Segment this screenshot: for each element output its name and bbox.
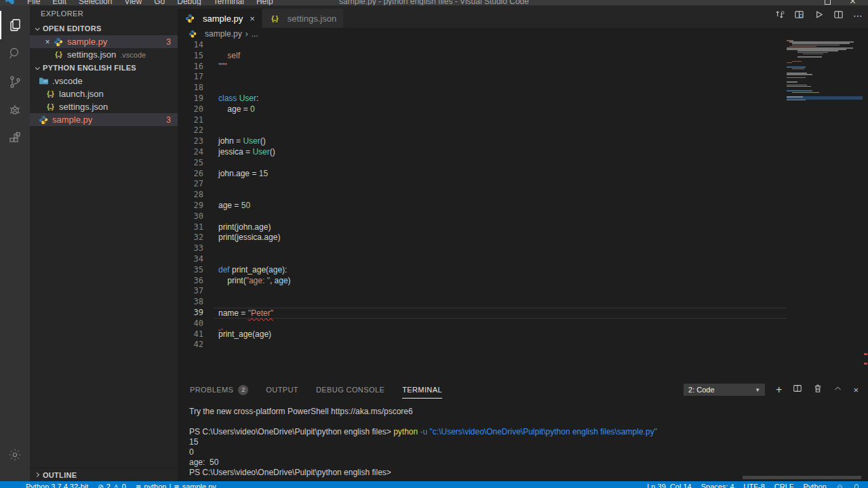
code-line-22[interactable]: 22: [178, 125, 868, 136]
outline-header[interactable]: OUTLINE: [30, 468, 178, 481]
code-line-16[interactable]: 16""": [178, 62, 868, 73]
notifications-bell-icon[interactable]: [853, 483, 860, 488]
line-number[interactable]: 26: [178, 169, 214, 180]
open-editors-header[interactable]: OPEN EDITORS: [30, 22, 178, 35]
cursor-position-status[interactable]: Ln 39, Col 14: [647, 483, 691, 488]
folder-section-header[interactable]: PYTHON ENGLISH FILES: [30, 61, 178, 75]
source-control-icon[interactable]: [0, 68, 30, 96]
code-line-35[interactable]: 35def print_age(age):: [178, 265, 868, 276]
line-number[interactable]: 28: [178, 190, 214, 201]
close-editor-icon[interactable]: ×: [42, 37, 53, 47]
file-row--vscode[interactable]: .vscode: [30, 75, 178, 87]
line-number[interactable]: 42: [178, 340, 214, 350]
feedback-smiley-icon[interactable]: ☺: [836, 483, 844, 488]
code-line-41[interactable]: 41print_age(age): [178, 329, 868, 340]
line-number[interactable]: 38: [178, 297, 214, 308]
code-line-37[interactable]: 37: [178, 286, 868, 297]
code-line-32[interactable]: 32print(jessica.age): [178, 232, 868, 243]
menu-debug[interactable]: Debug: [171, 0, 207, 5]
tab-output[interactable]: OUTPUT: [266, 381, 298, 399]
line-number[interactable]: 37: [178, 286, 214, 297]
line-number[interactable]: 19: [178, 94, 214, 104]
language-status[interactable]: Python: [804, 483, 827, 488]
debug-icon[interactable]: [0, 96, 30, 125]
code-line-20[interactable]: 20 age = 0: [178, 104, 868, 115]
code-line-36[interactable]: 36 print("age: ", age): [178, 276, 868, 287]
line-number[interactable]: 21: [178, 115, 214, 126]
code-line-27[interactable]: 27: [178, 179, 868, 190]
line-number[interactable]: 24: [178, 147, 214, 158]
code-line-39[interactable]: 39name = "Peter": [178, 308, 868, 319]
eol-status[interactable]: CRLF: [774, 483, 794, 488]
file-row-sample-py[interactable]: sample.py3: [30, 113, 178, 126]
open-preview-icon[interactable]: [794, 9, 804, 22]
code-line-14[interactable]: 14: [178, 40, 868, 51]
minimap[interactable]: [787, 40, 863, 381]
code-line-29[interactable]: 29age = 50: [178, 201, 868, 211]
line-number[interactable]: 33: [178, 243, 214, 254]
more-actions-icon[interactable]: ⋯: [853, 10, 863, 21]
menu-terminal[interactable]: Terminal: [208, 0, 250, 5]
line-number[interactable]: 22: [178, 125, 214, 136]
code-line-38[interactable]: 38: [178, 297, 868, 308]
split-terminal-icon[interactable]: [793, 384, 802, 396]
breadcrumb[interactable]: sample.py › ...: [178, 28, 868, 40]
menu-go[interactable]: Go: [148, 0, 171, 5]
code-line-18[interactable]: 18: [178, 83, 868, 94]
line-number[interactable]: 18: [178, 83, 214, 94]
tab-problems[interactable]: PROBLEMS 2: [190, 381, 248, 399]
line-number[interactable]: 30: [178, 211, 214, 222]
menu-view[interactable]: View: [118, 0, 148, 5]
file-row-launch-json[interactable]: {..}launch.json: [30, 87, 178, 100]
terminal-scrollbar[interactable]: [743, 476, 861, 479]
encoding-status[interactable]: UTF-8: [744, 483, 765, 488]
line-number[interactable]: 41: [178, 329, 214, 340]
tab-debug-console[interactable]: DEBUG CONSOLE: [316, 381, 384, 399]
extensions-icon[interactable]: [0, 125, 30, 153]
split-editor-icon[interactable]: [833, 9, 844, 22]
line-number[interactable]: 40: [178, 319, 214, 329]
line-number[interactable]: 25: [178, 158, 214, 169]
line-number[interactable]: 27: [178, 179, 214, 190]
explorer-icon[interactable]: [0, 11, 30, 39]
line-number[interactable]: 17: [178, 72, 214, 83]
code-line-34[interactable]: 34: [178, 254, 868, 265]
line-number[interactable]: 23: [178, 136, 214, 147]
tab-settings-json[interactable]: {..} settings.json: [262, 9, 343, 28]
open-changes-icon[interactable]: [774, 9, 785, 22]
code-line-23[interactable]: 23john = User(): [178, 136, 868, 147]
code-line-42[interactable]: 42: [178, 340, 868, 350]
line-number[interactable]: 31: [178, 222, 214, 233]
menu-edit[interactable]: Edit: [46, 0, 73, 5]
close-tab-icon[interactable]: ×: [250, 14, 255, 24]
maximize-panel-icon[interactable]: [833, 384, 842, 396]
indentation-status[interactable]: Spaces: 4: [701, 483, 734, 488]
line-number[interactable]: 20: [178, 104, 214, 115]
new-terminal-icon[interactable]: +: [776, 384, 782, 396]
code-line-26[interactable]: 26john.age = 15: [178, 169, 868, 180]
line-number[interactable]: 39: [178, 308, 214, 319]
file-row-sample-py[interactable]: ×sample.py3: [30, 35, 178, 48]
line-number[interactable]: 29: [178, 201, 214, 211]
tab-terminal[interactable]: TERMINAL: [402, 381, 442, 399]
line-number[interactable]: 35: [178, 265, 214, 276]
terminal-output[interactable]: Try the new cross-platform PowerShell ht…: [178, 399, 868, 478]
tab-sample-py[interactable]: sample.py ×: [178, 9, 262, 28]
code-line-25[interactable]: 25: [178, 158, 868, 169]
line-number[interactable]: 32: [178, 232, 214, 243]
code-line-15[interactable]: 15 self: [178, 51, 868, 62]
code-line-30[interactable]: 30: [178, 211, 868, 222]
settings-gear-icon[interactable]: [0, 441, 30, 469]
python-version-status[interactable]: Python 3.7.4 32-bit: [26, 483, 88, 488]
code-line-31[interactable]: 31print(john.age): [178, 222, 868, 233]
file-row-settings-json[interactable]: {..}settings.json.vscode: [30, 48, 178, 61]
line-number[interactable]: 34: [178, 254, 214, 265]
line-number[interactable]: 15: [178, 51, 214, 62]
code-line-28[interactable]: 28: [178, 190, 868, 201]
line-number[interactable]: 16: [178, 62, 214, 73]
code-line-33[interactable]: 33: [178, 243, 868, 254]
code-line-24[interactable]: 24jessica = User(): [178, 147, 868, 158]
restore-window-icon[interactable]: [825, 0, 831, 5]
search-icon[interactable]: [0, 39, 30, 68]
menu-help[interactable]: Help: [250, 0, 279, 5]
